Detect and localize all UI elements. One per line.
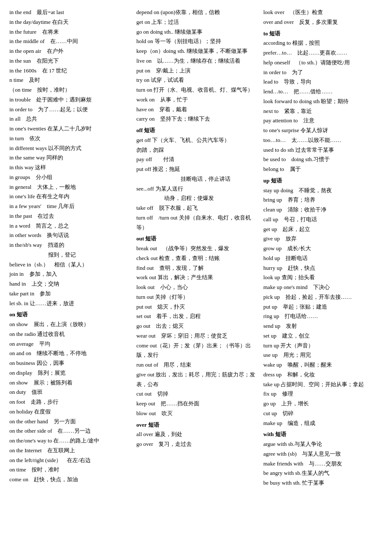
list-item: on the radio 通过收音机 bbox=[9, 330, 129, 339]
list-item: prefer…to… 比起……更喜欢…… bbox=[263, 48, 383, 58]
list-item: call up 号召，打电话 bbox=[263, 215, 383, 225]
list-item: over and over 反复，多次重复 bbox=[263, 17, 383, 27]
list-item: go over 复习，走过去 bbox=[136, 439, 256, 449]
list-item: 报到，登记 bbox=[9, 250, 129, 260]
list-item: 动身，启程；使爆发 bbox=[136, 194, 256, 203]
list-item: turn up 开大（声音） bbox=[263, 341, 383, 351]
column-1: in the end 最后=at lastin the day/daytime … bbox=[9, 8, 129, 485]
list-item: agree with (sb) 与某人意见一致 bbox=[263, 449, 383, 459]
list-item: put out 熄灭，扑灭 bbox=[136, 302, 256, 312]
list-item: let sb. in 让……进来，放进 bbox=[9, 299, 129, 309]
list-item: break out （战争等）突然发生，爆发 bbox=[136, 244, 256, 254]
list-item: check out 检查，查看，查明；结账 bbox=[136, 254, 256, 263]
list-item: on time 按时，准时 bbox=[9, 465, 129, 475]
list-item: used to do sth 过去常常干某事 bbox=[263, 145, 383, 155]
list-item: take up 占据时间、空间；开始从事；拿起 bbox=[263, 380, 383, 390]
list-item: in groups 分小组 bbox=[9, 173, 129, 182]
list-item: in different ways 以不同的方式 bbox=[9, 144, 129, 153]
list-item: on the left/right (side） 在左/右边 bbox=[9, 456, 129, 465]
list-item: lend…to… 把……借给…… bbox=[263, 87, 383, 97]
list-item: fix up 修理 bbox=[263, 389, 383, 399]
list-item: on and on 继续不断地，不停地 bbox=[9, 349, 129, 358]
list-item: make up one's mind 下决心 bbox=[263, 283, 383, 292]
list-item: depend on (upon)依靠，相信，信赖 bbox=[136, 8, 256, 17]
list-item: on display 陈列；展览 bbox=[9, 368, 129, 378]
list-item: get off 下（火车、飞机、公共汽车等） 勿踏，勿踩 bbox=[136, 136, 256, 155]
list-item: be used to doing sth.习惯于 bbox=[263, 155, 383, 165]
list-item: go on doing sth.. 继续做某事 bbox=[136, 27, 256, 37]
list-item: in the/sb's way 挡道的 bbox=[9, 240, 129, 250]
list-item: give up 放弃 bbox=[263, 234, 383, 244]
list-item: in the sun 在阳光下 bbox=[9, 56, 129, 66]
list-item: in one's life 在有生之年内 bbox=[9, 192, 129, 202]
list-item: according to 根据，按照 bbox=[263, 38, 383, 48]
list-item: ring up 打电话给…… bbox=[263, 312, 383, 321]
list-item: look forward to doing sth 盼望；期待 bbox=[263, 97, 383, 107]
list-item: clean up 清除；收拾干净 bbox=[263, 205, 383, 215]
list-item: in order to 为了……起见；以便 bbox=[9, 105, 129, 115]
list-item: in turn 依次 bbox=[9, 134, 129, 144]
list-item: get up 起床，起立 bbox=[263, 225, 383, 234]
column-3: look over （医生）检查over and over 反复，多次重复to … bbox=[263, 8, 383, 488]
list-item: be angry with sb.生某人的气 bbox=[263, 468, 383, 478]
list-item: on business 因公，因事 bbox=[9, 358, 129, 368]
list-item: all over 遍及，到处 bbox=[136, 430, 256, 439]
list-item: give out 放出，发出；耗尽，用完；筋疲力尽；发表，公布 bbox=[136, 370, 256, 390]
list-item: hold on 等一等（别挂电话）；坚持 bbox=[136, 37, 256, 46]
list-item: wear out 穿坏；穿旧；用尽；使贫乏 bbox=[136, 331, 256, 341]
list-item: join in 参加，加入 bbox=[9, 269, 129, 279]
list-item: next to 紧靠，靠近 bbox=[263, 107, 383, 116]
list-item: put on 穿/戴上；上演 bbox=[136, 66, 256, 76]
list-item: blow out 吹灭 bbox=[136, 409, 256, 419]
list-item: run out of 用尽，结束 bbox=[136, 360, 256, 370]
list-item: help oneself （to sth.）请随便吃/用 bbox=[263, 58, 383, 68]
list-item: in the 1600s 在 17 世纪 bbox=[9, 66, 129, 76]
column-2: depend on (upon)依靠，相信，信赖get on 上车；过活go o… bbox=[136, 8, 256, 449]
list-item: go out 出去；熄灭 bbox=[136, 321, 256, 331]
list-item: look over （医生）检查 bbox=[263, 8, 383, 17]
list-item: pay off 付清 bbox=[136, 155, 256, 165]
list-item: make up 编造，组成 bbox=[263, 419, 383, 428]
list-item: try on 试穿，试试看 bbox=[136, 75, 256, 85]
list-item: find out 查明，发现，了解 bbox=[136, 263, 256, 273]
list-item: in the day/daytime 在白天 bbox=[9, 17, 129, 27]
list-item: on show 展出，在上演（放映） bbox=[9, 320, 129, 330]
main-content: in the end 最后=at lastin the day/daytime … bbox=[9, 8, 383, 488]
list-item: take part in 参加 bbox=[9, 289, 129, 299]
list-item: on duty 值班 bbox=[9, 387, 129, 397]
list-item: argue with sb.与某人争论 bbox=[263, 439, 383, 449]
list-item: keep out 把……挡在外面 bbox=[136, 399, 256, 409]
list-item: in this way 这样 bbox=[9, 163, 129, 173]
list-item: hold up 挂断电话 bbox=[263, 254, 383, 263]
list-item: on show 展示；被陈列着 bbox=[9, 378, 129, 388]
list-item: belong to 属于 bbox=[263, 165, 383, 174]
list-item: off 短语 bbox=[136, 126, 256, 136]
list-item: have on 穿着，戴着 bbox=[136, 105, 256, 115]
list-item: （on time 按时，准时） bbox=[9, 85, 129, 95]
list-item: out 短语 bbox=[136, 234, 256, 244]
list-item: 挂断电话，停止讲话 bbox=[136, 174, 256, 184]
list-item: grow up 成长/长大 bbox=[263, 244, 383, 254]
list-item: be busy with sth. 忙于某事 bbox=[263, 478, 383, 488]
list-item: work out 算出，解决；产生结果 bbox=[136, 273, 256, 283]
list-item: stay up doing 不睡觉，熬夜 bbox=[263, 186, 383, 196]
list-item: in the future 在将来 bbox=[9, 27, 129, 37]
list-item: turn on 打开（水、电视、收音机、灯、煤气等） bbox=[136, 85, 256, 95]
list-item: set out 着手，出发，启程 bbox=[136, 312, 256, 321]
list-item: in other words 换句话说 bbox=[9, 231, 129, 240]
list-item: look out 小心，当心 bbox=[136, 283, 256, 292]
list-item: n time 及时 bbox=[9, 75, 129, 85]
list-item: send up 发射 bbox=[263, 321, 383, 331]
list-item: hurry up 赶快，快点 bbox=[263, 263, 383, 273]
list-item: take off 脱下衣服，起飞 bbox=[136, 203, 256, 213]
list-item: in a few years' time 几年后 bbox=[9, 202, 129, 211]
list-item: dress up 和解，化妆 bbox=[263, 370, 383, 380]
list-item: in the past 在过去 bbox=[9, 211, 129, 221]
list-item: bring up 养育；培养 bbox=[263, 195, 383, 205]
list-item: on the/one's way to 在……的路上/途中 bbox=[9, 436, 129, 446]
list-item: up 短语 bbox=[263, 176, 383, 186]
list-item: in the open air 在户外 bbox=[9, 46, 129, 56]
list-item: in trouble 处于困难中；遇到麻烦 bbox=[9, 95, 129, 105]
list-item: on the other side of 在……另一边 bbox=[9, 426, 129, 436]
list-item: in order to 为了 bbox=[263, 68, 383, 78]
